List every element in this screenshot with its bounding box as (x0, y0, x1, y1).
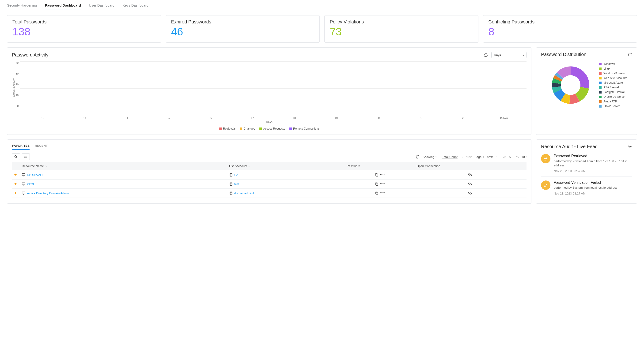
star-icon[interactable]: ★ (14, 173, 17, 177)
top-tab-password-dashboard[interactable]: Password Dashboard (45, 3, 81, 10)
gear-icon[interactable] (628, 145, 632, 149)
legend-swatch (599, 100, 602, 103)
column-header[interactable]: User Account◇ (227, 162, 345, 170)
legend-item[interactable]: Linux (599, 67, 627, 70)
copy-icon[interactable] (229, 182, 233, 186)
top-tab-keys-dashboard[interactable]: Keys Dashboard (122, 3, 148, 10)
stat-card-policy-violations[interactable]: Policy Violations 73 (324, 15, 478, 43)
legend-label: Microsoft Azure (604, 81, 623, 84)
monitor-icon (22, 173, 26, 177)
chart-y-label: Password Activity (12, 61, 16, 115)
legend-swatch (599, 72, 602, 75)
feed-item[interactable]: Password Retrieved performed by Privileg… (541, 153, 632, 177)
legend-swatch (599, 96, 602, 98)
top-tabs: Security HardeningPassword DashboardUser… (0, 0, 644, 10)
copy-icon[interactable] (375, 182, 378, 186)
stat-title: Conflicting Passwords (488, 19, 632, 25)
pager-page: Page 1 (474, 155, 484, 159)
user-link[interactable]: domainadmin1 (234, 191, 254, 195)
x-tick: 20 (377, 115, 380, 119)
copy-icon[interactable] (375, 191, 378, 195)
range-select[interactable]: Days ▾ (491, 52, 526, 58)
legend-item[interactable]: Oracle DB Server (599, 95, 627, 98)
panel-resource-audit: Resource Audit - Live Feed Password Retr… (536, 139, 637, 204)
legend-label: WindowsDomain (604, 72, 624, 75)
top-tab-user-dashboard[interactable]: User Dashboard (89, 3, 114, 10)
copy-icon[interactable] (375, 173, 378, 177)
password-mask: **** (380, 173, 384, 177)
column-header[interactable]: Password (345, 162, 415, 170)
legend-item[interactable]: LDAP Server (599, 104, 627, 108)
panel-favorites: FAVORITESRECENT Showing 1 - 3 Total Coun… (7, 139, 532, 204)
refresh-icon[interactable] (484, 53, 488, 57)
stat-card-total-passwords[interactable]: Total Passwords 138 (7, 15, 161, 43)
legend-item[interactable]: Microsoft Azure (599, 81, 627, 84)
stat-value: 73 (330, 26, 473, 37)
feed-desc: performed by Privileged Admin from 192.1… (554, 159, 632, 167)
legend-item[interactable]: Changes (240, 127, 255, 130)
legend-swatch (599, 81, 602, 84)
list-view-button[interactable] (22, 153, 30, 160)
page-size-option[interactable]: 50 (509, 155, 512, 159)
top-tab-security-hardening[interactable]: Security Hardening (7, 3, 37, 10)
legend-item[interactable]: ASA Firewall (599, 86, 627, 89)
resource-audit-title: Resource Audit - Live Feed (541, 144, 598, 149)
copy-icon[interactable] (229, 173, 233, 177)
open-connection-icon[interactable] (468, 182, 472, 186)
resource-link[interactable]: Active Directory Domain Admin (27, 191, 69, 195)
legend-item[interactable]: Web Site Accounts (599, 76, 627, 80)
resource-link[interactable]: 2123 (27, 182, 34, 186)
panel-password-activity: Password Activity Days ▾ Password Activi… (7, 47, 532, 135)
legend-label: Changes (244, 127, 255, 130)
legend-label: ASA Firewall (604, 86, 620, 89)
chart-plot: 1213141516171819202122TODAY (20, 61, 526, 115)
sort-icon[interactable]: ◇ (45, 165, 47, 168)
x-tick: 13 (83, 115, 86, 119)
legend-label: LDAP Server (604, 104, 620, 108)
open-connection-icon[interactable] (468, 173, 472, 177)
user-link[interactable]: SA (234, 173, 238, 177)
legend-item[interactable]: Retrievals (219, 127, 236, 130)
open-connection-icon[interactable] (468, 191, 472, 195)
star-icon[interactable]: ★ (14, 191, 17, 195)
legend-item[interactable]: Access Requests (259, 127, 285, 130)
page-size-option[interactable]: 25 (503, 155, 506, 159)
refresh-icon[interactable] (416, 155, 420, 159)
copy-icon[interactable] (229, 191, 233, 195)
panel-password-distribution: Password Distribution WindowsLinuxWindow… (536, 47, 637, 135)
legend-item[interactable]: Remote Connections (289, 127, 320, 130)
legend-item[interactable]: Aruba ATP (599, 100, 627, 103)
legend-item[interactable]: Windows (599, 62, 627, 66)
sub-tab-recent[interactable]: RECENT (35, 144, 48, 150)
key-icon (541, 154, 550, 163)
pager-prev[interactable]: prev (466, 155, 472, 159)
x-tick: 16 (209, 115, 212, 119)
page-size-option[interactable]: 100 (521, 155, 526, 159)
donut-slice[interactable] (570, 66, 589, 89)
star-icon[interactable]: ★ (14, 182, 17, 186)
pager-next[interactable]: next (487, 155, 493, 159)
feed-item[interactable]: Password Verification Failed performed b… (541, 177, 632, 199)
legend-swatch (599, 86, 602, 89)
legend-label: Aruba ATP (604, 100, 617, 103)
refresh-icon[interactable] (628, 52, 632, 57)
chevron-down-icon: ▾ (523, 53, 524, 56)
legend-item[interactable]: Fortigate Firewall (599, 90, 627, 94)
pager-total-count[interactable]: Total Count (442, 155, 458, 159)
search-button[interactable] (12, 153, 20, 160)
sort-icon[interactable]: ◇ (248, 165, 250, 168)
x-tick: 19 (335, 115, 338, 119)
stat-card-conflicting-passwords[interactable]: Conflicting Passwords 8 (483, 15, 637, 43)
stat-card-expired-passwords[interactable]: Expired Passwords 46 (166, 15, 320, 43)
column-header[interactable]: Resource Name◇ (20, 162, 227, 170)
resource-link[interactable]: DB Server 1 (27, 173, 44, 177)
page-size-option[interactable]: 75 (515, 155, 518, 159)
legend-swatch (259, 127, 262, 130)
x-tick: 15 (167, 115, 170, 119)
user-link[interactable]: test (234, 182, 239, 186)
column-header[interactable]: Open Connection (415, 162, 526, 170)
legend-item[interactable]: WindowsDomain (599, 72, 627, 75)
sub-tab-favorites[interactable]: FAVORITES (12, 144, 30, 150)
password-mask: **** (380, 182, 384, 186)
password-activity-title: Password Activity (12, 52, 48, 58)
